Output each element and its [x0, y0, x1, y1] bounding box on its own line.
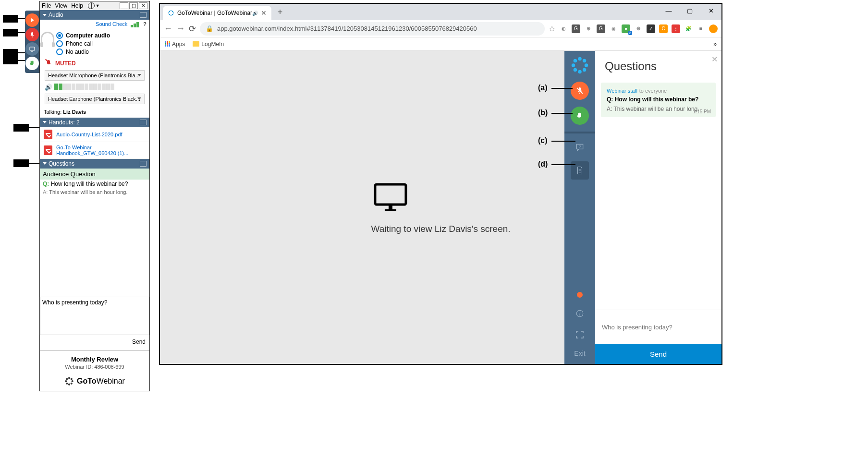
svg-rect-2 — [30, 47, 35, 50]
reading-list-icon[interactable]: ≡ — [697, 24, 705, 33]
radio-icon — [56, 48, 63, 55]
new-tab-button[interactable]: + — [273, 7, 287, 17]
window-close[interactable]: ✕ — [700, 4, 721, 17]
answer-row: A: This webinar will be an hour long. — [40, 188, 149, 196]
collapse-arrow-button[interactable] — [25, 13, 39, 27]
profile-avatar[interactable] — [709, 24, 718, 33]
send-button[interactable]: Send — [595, 344, 721, 364]
question-text: How long will this webinar be? — [51, 181, 128, 187]
raise-hand-button[interactable] — [25, 57, 39, 70]
popout-icon[interactable] — [140, 120, 147, 125]
mic-device-select[interactable]: Headset Microphone (Plantronics Bla... — [45, 70, 145, 81]
bookmark-folder-logmein[interactable]: LogMeIn — [193, 41, 224, 48]
ext-icon[interactable]: ✓ — [647, 24, 655, 33]
ext-icon[interactable]: ◉ — [609, 24, 618, 33]
radio-computer-audio[interactable]: Computer audio — [56, 32, 149, 39]
webinar-sidebar: ? i Exit — [564, 51, 595, 364]
mute-mic-button[interactable] — [571, 82, 589, 100]
waiting-text: Waiting to view Liz Davis's screen. — [371, 224, 510, 234]
section-header-handouts[interactable]: Handouts: 2 — [40, 118, 149, 127]
help-icon[interactable]: ? — [143, 21, 147, 27]
chrome-browser-window: GoToWebinar | GoToWebinar 🔊 ✕ + — ▢ ✕ ← … — [159, 3, 722, 365]
annotation-connector-line — [29, 127, 40, 128]
nav-reload[interactable]: ⟳ — [189, 24, 196, 34]
chevron-down-icon — [137, 97, 141, 100]
menu-view[interactable]: View — [55, 2, 67, 9]
send-button[interactable]: Send — [132, 338, 146, 345]
nav-back[interactable]: ← — [164, 24, 172, 34]
maximize-button[interactable]: ▢ — [129, 2, 138, 9]
fullscreen-button[interactable] — [571, 326, 589, 344]
handout-name: Go-To Webinar Handbook_GTW_060420 (1)... — [56, 145, 146, 156]
minimize-button[interactable]: — — [120, 2, 128, 9]
gotowebinar-logo-icon[interactable] — [571, 57, 588, 74]
browser-tab[interactable]: GoToWebinar | GoToWebinar 🔊 ✕ — [163, 6, 271, 20]
bookmarks-apps[interactable]: Apps — [165, 41, 185, 48]
window-maximize[interactable]: ▢ — [679, 4, 700, 17]
language-globe-icon[interactable] — [88, 2, 95, 9]
lock-icon: 🔒 — [206, 25, 213, 32]
handout-name: Audio-Country-List-2020.pdf — [56, 132, 122, 137]
sound-check-link[interactable]: Sound Check — [96, 21, 127, 27]
section-header-audio[interactable]: Audio — [40, 10, 149, 20]
bookmarks-overflow[interactable]: » — [713, 41, 717, 48]
window-minimize[interactable]: — — [658, 4, 679, 17]
close-icon[interactable]: ✕ — [711, 55, 718, 64]
ext-icon[interactable]: G — [597, 24, 605, 33]
ext-icon[interactable]: C — [659, 24, 668, 33]
questions-body: Audience Question Q: How long will this … — [40, 169, 149, 350]
screen-share-button[interactable] — [25, 42, 39, 56]
nav-forward[interactable]: → — [176, 24, 185, 34]
annotation-connector-box — [13, 159, 29, 167]
signal-bars-icon — [131, 22, 139, 27]
url-text: app.gotowebinar.com/index.html#311378419… — [217, 25, 477, 32]
close-button[interactable]: ✕ — [139, 2, 147, 9]
dropdown-arrow-icon: ▼ — [96, 3, 100, 8]
ext-icon[interactable]: ⊕ — [584, 24, 593, 33]
speaker-device-select[interactable]: Headset Earphone (Plantronics Black... — [45, 94, 145, 104]
svg-point-28 — [583, 59, 587, 62]
radio-selected-icon — [56, 32, 63, 39]
annotation-label-a: (a) — [538, 84, 548, 92]
tab-sound-icon[interactable]: 🔊 — [252, 11, 258, 16]
radio-label: No audio — [66, 48, 89, 55]
radio-no-audio[interactable]: No audio — [56, 48, 149, 55]
annotation-connector-box — [3, 49, 18, 57]
mic-toggle-button[interactable] — [25, 28, 39, 41]
tab-close-icon[interactable]: ✕ — [261, 9, 267, 17]
webinar-footer: Monthly Review Webinar ID: 486-008-699 — [40, 350, 149, 373]
incognito-icon[interactable]: ◐ — [559, 24, 568, 33]
popout-icon[interactable] — [140, 161, 147, 167]
extensions-puzzle-icon[interactable]: 🧩 — [684, 24, 693, 33]
raise-hand-button[interactable] — [571, 107, 589, 125]
question-input[interactable]: Who is presenting today? — [40, 297, 149, 335]
ext-icon-badge[interactable]: ●2 — [622, 24, 630, 33]
annotation-label-b: (b) — [538, 109, 548, 117]
pdf-icon — [44, 145, 52, 155]
sender-name: Webinar staff — [607, 88, 637, 94]
question-input-field[interactable] — [595, 310, 721, 344]
question-line: Q: How long will this webinar be? — [607, 96, 710, 103]
svg-point-13 — [171, 15, 171, 16]
star-bookmark-icon[interactable]: ☆ — [549, 24, 555, 33]
ext-icon[interactable]: ❋ — [634, 24, 643, 33]
svg-point-24 — [578, 70, 582, 74]
radio-phone-call[interactable]: Phone call — [56, 40, 149, 47]
section-title: Audio — [49, 12, 63, 18]
exit-button[interactable]: Exit — [574, 347, 585, 360]
browser-content: Waiting to view Liz Davis's screen. ? — [160, 51, 721, 364]
menu-file[interactable]: File — [42, 2, 51, 9]
address-bar[interactable]: 🔒 app.gotowebinar.com/index.html#3113784… — [200, 22, 545, 36]
ext-icon[interactable]: ⋮ — [672, 24, 680, 33]
folder-icon — [193, 41, 199, 47]
handout-item[interactable]: Audio-Country-List-2020.pdf — [40, 127, 149, 142]
menu-help[interactable]: Help — [71, 2, 83, 9]
browser-toolbar: ← → ⟳ 🔒 app.gotowebinar.com/index.html#3… — [160, 20, 721, 37]
svg-point-30 — [583, 68, 587, 72]
info-button[interactable]: i — [571, 304, 589, 323]
section-header-questions[interactable]: Questions — [40, 159, 149, 169]
timestamp: 1:15 PM — [693, 109, 711, 114]
ext-icon[interactable]: G — [572, 24, 580, 33]
handout-item[interactable]: Go-To Webinar Handbook_GTW_060420 (1)... — [40, 142, 149, 159]
popout-icon[interactable] — [140, 12, 147, 18]
